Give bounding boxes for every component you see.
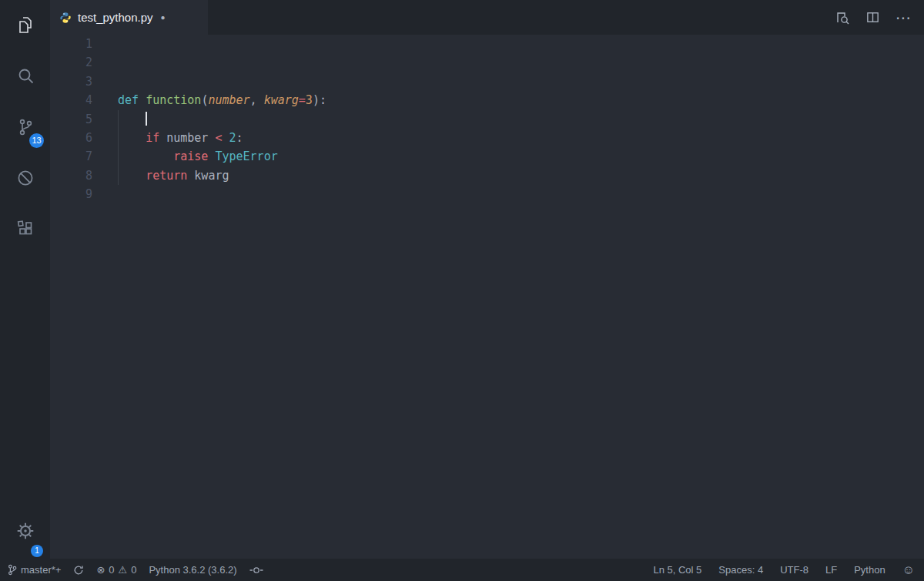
code-line[interactable]: 3 [50, 72, 924, 91]
line-number: 3 [50, 72, 92, 91]
python-version-label: Python 3.6.2 (3.6.2) [149, 564, 236, 576]
tab-bar: test_python.py ● ⋯ [50, 0, 924, 35]
vscode-window: 13 [0, 0, 924, 581]
code-line[interactable]: 8 return kwarg [50, 166, 924, 185]
line-number: 8 [50, 166, 92, 185]
tab-title: test_python.py [78, 11, 153, 24]
extensions-icon [15, 218, 36, 240]
line-content: raise TypeError [118, 147, 278, 166]
editor-actions: ⋯ [835, 0, 924, 35]
line-number: 4 [50, 91, 92, 109]
line-number: 5 [50, 110, 92, 129]
python-interpreter-selector[interactable]: Python 3.6.2 (3.6.2) [149, 564, 236, 576]
sidebar-item-source-control[interactable]: 13 [0, 102, 50, 153]
code-line[interactable]: 4def function(number, kwarg=3): [50, 91, 924, 109]
code-line[interactable]: 5 [50, 110, 924, 129]
warning-count: 0 [131, 564, 136, 576]
line-number: 2 [50, 53, 92, 72]
indent-guide [118, 129, 119, 147]
status-bar-left: master*+ ⊗ 0 ⚠ 0 Python 3.6.2 (3.6.2) [8, 564, 263, 576]
modified-dot-icon[interactable]: ● [161, 13, 166, 22]
sync-button[interactable] [73, 565, 84, 576]
eol-status[interactable]: LF [825, 564, 837, 576]
line-content: return kwarg [118, 166, 229, 185]
error-icon: ⊗ [96, 564, 105, 576]
source-control-badge: 13 [29, 133, 44, 148]
encoding-status[interactable]: UTF-8 [780, 564, 808, 576]
indent-guide [118, 166, 119, 185]
line-content: if number < 2: [118, 129, 243, 147]
branch-label: master*+ [21, 564, 61, 576]
code-line[interactable]: 1 [50, 35, 924, 53]
warning-icon: ⚠ [119, 564, 128, 576]
feedback-smiley-icon[interactable]: ☺ [902, 563, 915, 577]
search-icon [15, 65, 36, 87]
debug-icon [15, 167, 36, 189]
activity-bar-spacer [0, 254, 50, 503]
code-line[interactable]: 2 [50, 53, 924, 72]
problems-status[interactable]: ⊗ 0 ⚠ 0 [96, 564, 136, 576]
line-content: def function(number, kwarg=3): [118, 91, 326, 109]
code-line[interactable]: 7 raise TypeError [50, 147, 924, 166]
text-cursor [146, 112, 147, 126]
line-number: 7 [50, 147, 92, 166]
editor-lines: 1234def function(number, kwarg=3):5 6 if… [50, 35, 924, 204]
status-bar-right: Ln 5, Col 5 Spaces: 4 UTF-8 LF Python ☺ [653, 563, 915, 577]
git-branch-status[interactable]: master*+ [8, 564, 61, 576]
sidebar-item-settings[interactable]: 1 [0, 503, 50, 559]
editor[interactable]: 1234def function(number, kwarg=3):5 6 if… [50, 35, 924, 559]
cursor-position-status[interactable]: Ln 5, Col 5 [653, 564, 701, 576]
python-icon [59, 12, 72, 24]
settings-badge: 1 [31, 545, 43, 557]
language-mode-status[interactable]: Python [854, 564, 885, 576]
activity-bar: 13 [0, 0, 50, 559]
line-number: 6 [50, 129, 92, 147]
files-icon [15, 15, 36, 36]
line-content [118, 110, 147, 129]
sync-icon [73, 565, 84, 576]
crosshair-icon [249, 566, 263, 575]
status-bar: master*+ ⊗ 0 ⚠ 0 Python 3.6.2 (3.6.2) [0, 559, 924, 581]
git-branch-icon [8, 564, 17, 576]
indent-guide [118, 147, 119, 166]
indent-guide [118, 110, 119, 129]
code-line[interactable]: 6 if number < 2: [50, 129, 924, 147]
split-editor-icon[interactable] [865, 10, 880, 25]
sidebar-item-search[interactable] [0, 51, 50, 102]
line-number: 9 [50, 185, 92, 203]
error-count: 0 [109, 564, 114, 576]
indentation-status[interactable]: Spaces: 4 [718, 564, 763, 576]
crosshair-button[interactable] [249, 566, 263, 575]
line-number: 1 [50, 35, 92, 53]
search-editor-icon[interactable] [835, 10, 850, 25]
sidebar-item-debug[interactable] [0, 153, 50, 203]
gear-icon [15, 521, 35, 541]
more-actions-icon[interactable]: ⋯ [896, 10, 912, 25]
editor-group: test_python.py ● ⋯ [50, 0, 924, 559]
sidebar-item-extensions[interactable] [0, 203, 50, 254]
tab-test-python[interactable]: test_python.py ● [50, 0, 208, 35]
sidebar-item-explorer[interactable] [0, 0, 50, 51]
code-line[interactable]: 9 [50, 185, 924, 203]
